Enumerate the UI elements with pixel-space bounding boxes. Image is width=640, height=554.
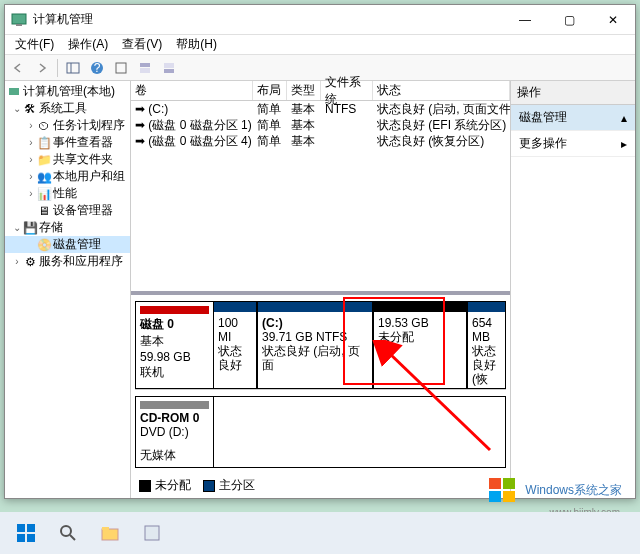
svg-point-21 xyxy=(61,526,71,536)
explorer-button[interactable] xyxy=(90,516,130,550)
tree-disk-management[interactable]: 📀磁盘管理 xyxy=(5,236,130,253)
volume-row[interactable]: ➡ (磁盘 0 磁盘分区 1) 简单 基本 状态良好 (EFI 系统分区) xyxy=(131,117,510,133)
center-panel: 卷 布局 类型 文件系统 状态 ➡ (C:) 简单 基本 NTFS 状态良好 (… xyxy=(131,81,511,498)
close-button[interactable]: ✕ xyxy=(591,5,635,35)
view-top-button[interactable] xyxy=(134,57,156,79)
back-button[interactable] xyxy=(7,57,29,79)
svg-text:?: ? xyxy=(94,61,101,75)
col-layout[interactable]: 布局 xyxy=(253,81,287,100)
cdrom-label[interactable]: CD-ROM 0 DVD (D:) 无媒体 xyxy=(135,396,213,468)
volume-list[interactable]: ➡ (C:) 简单 基本 NTFS 状态良好 (启动, 页面文件, 故障转储, … xyxy=(131,101,510,291)
menu-view[interactable]: 查看(V) xyxy=(116,34,168,55)
svg-rect-14 xyxy=(503,478,515,489)
tree-local-users[interactable]: ›👥本地用户和组 xyxy=(5,168,130,185)
tree-services[interactable]: › ⚙ 服务和应用程序 xyxy=(5,253,130,270)
toolbar: ? xyxy=(5,55,635,81)
perf-icon: 📊 xyxy=(37,187,51,201)
expand-icon[interactable]: › xyxy=(25,120,37,131)
svg-rect-20 xyxy=(27,534,35,542)
cdrom-row[interactable]: CD-ROM 0 DVD (D:) 无媒体 xyxy=(135,396,506,468)
col-type[interactable]: 类型 xyxy=(287,81,321,100)
search-button[interactable] xyxy=(48,516,88,550)
folder-icon: 📁 xyxy=(37,153,51,167)
expand-icon[interactable]: › xyxy=(11,256,23,267)
main-body: 计算机管理(本地) ⌄ 🛠 系统工具 ›⏲任务计划程序 ›📋事件查看器 ›📁共享… xyxy=(5,81,635,498)
svg-rect-15 xyxy=(489,491,501,502)
collapse-icon[interactable]: ⌄ xyxy=(11,222,23,233)
svg-line-22 xyxy=(70,535,75,540)
tree-system-tools[interactable]: ⌄ 🛠 系统工具 xyxy=(5,100,130,117)
svg-rect-24 xyxy=(102,527,109,530)
svg-rect-2 xyxy=(67,63,79,73)
svg-rect-8 xyxy=(140,68,150,73)
computer-management-window: 计算机管理 — ▢ ✕ 文件(F) 操作(A) 查看(V) 帮助(H) ? 计算… xyxy=(4,4,636,499)
disk-0-row[interactable]: 磁盘 0 基本 59.98 GB 联机 100 MI状态良好 (C:)39.71… xyxy=(135,301,506,390)
svg-rect-11 xyxy=(9,88,19,95)
legend-unalloc-swatch xyxy=(139,480,151,492)
menubar: 文件(F) 操作(A) 查看(V) 帮助(H) xyxy=(5,35,635,55)
disk-0-label[interactable]: 磁盘 0 基本 59.98 GB 联机 xyxy=(135,301,213,389)
svg-rect-6 xyxy=(116,63,126,73)
tree-device-manager[interactable]: 🖥设备管理器 xyxy=(5,202,130,219)
dropdown-icon: ▴ xyxy=(621,111,627,125)
svg-rect-0 xyxy=(12,14,26,24)
disk-graphical-view[interactable]: 磁盘 0 基本 59.98 GB 联机 100 MI状态良好 (C:)39.71… xyxy=(131,291,510,498)
clock-icon: ⏲ xyxy=(37,119,51,133)
maximize-button[interactable]: ▢ xyxy=(547,5,591,35)
partition-recovery[interactable]: 654 MB状态良好 (恢 xyxy=(467,301,506,389)
actions-panel: 操作 磁盘管理▴ 更多操作▸ xyxy=(511,81,635,498)
svg-rect-10 xyxy=(164,69,174,73)
menu-help[interactable]: 帮助(H) xyxy=(170,34,223,55)
tree-task-scheduler[interactable]: ›⏲任务计划程序 xyxy=(5,117,130,134)
volume-row[interactable]: ➡ (磁盘 0 磁盘分区 4) 简单 基本 状态良好 (恢复分区) xyxy=(131,133,510,149)
volume-list-header: 卷 布局 类型 文件系统 状态 xyxy=(131,81,510,101)
svg-rect-13 xyxy=(489,478,501,489)
tree-shared-folders[interactable]: ›📁共享文件夹 xyxy=(5,151,130,168)
expand-icon[interactable]: › xyxy=(25,188,37,199)
view-bottom-button[interactable] xyxy=(158,57,180,79)
legend-primary-swatch xyxy=(203,480,215,492)
expand-icon[interactable]: › xyxy=(25,137,37,148)
menu-file[interactable]: 文件(F) xyxy=(9,34,60,55)
refresh-button[interactable] xyxy=(110,57,132,79)
menu-action[interactable]: 操作(A) xyxy=(62,34,114,55)
forward-button[interactable] xyxy=(31,57,53,79)
navigation-tree[interactable]: 计算机管理(本地) ⌄ 🛠 系统工具 ›⏲任务计划程序 ›📋事件查看器 ›📁共享… xyxy=(5,81,131,498)
tree-performance[interactable]: ›📊性能 xyxy=(5,185,130,202)
taskbar[interactable] xyxy=(0,512,640,554)
col-status[interactable]: 状态 xyxy=(373,81,510,100)
col-volume[interactable]: 卷 xyxy=(131,81,253,100)
expand-icon[interactable]: › xyxy=(25,171,37,182)
partition-unallocated[interactable]: 19.53 GB未分配 xyxy=(373,301,467,389)
wrench-icon: 🛠 xyxy=(23,102,37,116)
app-icon xyxy=(11,12,27,28)
actions-disk-management[interactable]: 磁盘管理▴ xyxy=(511,105,635,131)
watermark: Windows系统之家 xyxy=(487,474,622,506)
partition-efi[interactable]: 100 MI状态良好 xyxy=(213,301,257,389)
tree-root[interactable]: 计算机管理(本地) xyxy=(5,83,130,100)
collapse-icon[interactable]: ⌄ xyxy=(11,103,23,114)
minimize-button[interactable]: — xyxy=(503,5,547,35)
titlebar[interactable]: 计算机管理 — ▢ ✕ xyxy=(5,5,635,35)
tree-event-viewer[interactable]: ›📋事件查看器 xyxy=(5,134,130,151)
actions-more[interactable]: 更多操作▸ xyxy=(511,131,635,157)
partition-c[interactable]: (C:)39.71 GB NTFS状态良好 (启动, 页面 xyxy=(257,301,373,389)
help-button[interactable]: ? xyxy=(86,57,108,79)
device-icon: 🖥 xyxy=(37,204,51,218)
svg-rect-19 xyxy=(17,534,25,542)
tree-storage[interactable]: ⌄ 💾 存储 xyxy=(5,219,130,236)
svg-rect-17 xyxy=(17,524,25,532)
expand-icon[interactable]: › xyxy=(25,154,37,165)
svg-rect-16 xyxy=(503,491,515,502)
start-button[interactable] xyxy=(6,516,46,550)
computer-icon xyxy=(7,85,21,99)
event-icon: 📋 xyxy=(37,136,51,150)
volume-row[interactable]: ➡ (C:) 简单 基本 NTFS 状态良好 (启动, 页面文件, 故障转储, … xyxy=(131,101,510,117)
col-filesystem[interactable]: 文件系统 xyxy=(321,81,373,100)
services-icon: ⚙ xyxy=(23,255,37,269)
show-hide-tree-button[interactable] xyxy=(62,57,84,79)
settings-button[interactable] xyxy=(132,516,172,550)
actions-header: 操作 xyxy=(511,81,635,105)
disk-icon: 📀 xyxy=(37,238,51,252)
chevron-right-icon: ▸ xyxy=(621,137,627,151)
